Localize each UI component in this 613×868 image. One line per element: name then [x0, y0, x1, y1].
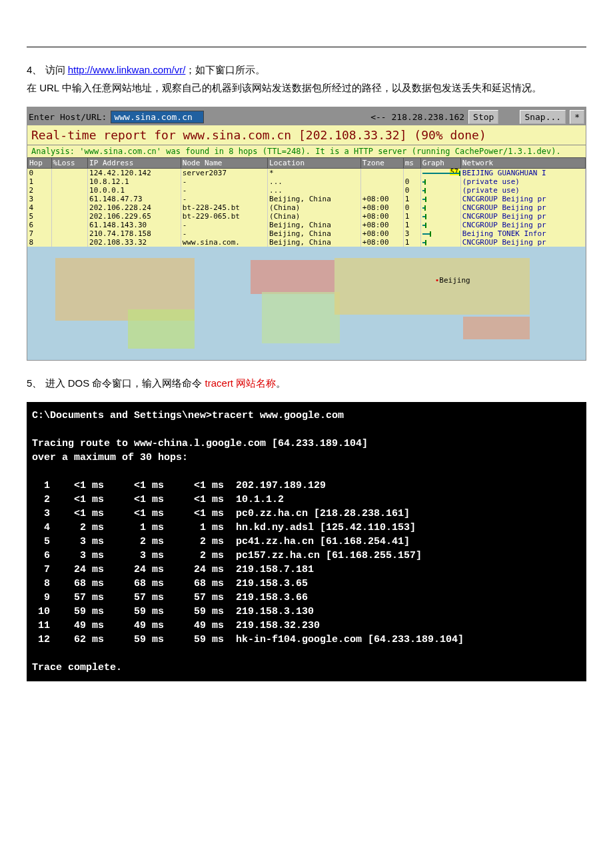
table-row: 661.148.143.30-Beijing, China+08:001CNCG… — [28, 221, 586, 229]
col-header: Hop — [28, 158, 52, 169]
col-header: ms — [403, 158, 420, 169]
hop-table: Hop%LossIP AddressNode NameLocationTzone… — [27, 157, 586, 247]
tracert-cmd: tracert 网站名称 — [205, 377, 277, 389]
col-header: Node Name — [181, 158, 267, 169]
table-row: 0124.42.120.142server2037*57BEIJING GUAN… — [28, 169, 586, 178]
step4-suffix: ；如下窗口所示。 — [185, 64, 265, 75]
table-row: 8202.108.33.32www.sina.com.Beijing, Chin… — [28, 238, 586, 247]
table-row: 361.148.47.73-Beijing, China+08:001CNCGR… — [28, 195, 586, 203]
table-row: 5202.106.229.65bt-229-065.bt(China)+08:0… — [28, 212, 586, 221]
divider — [27, 47, 586, 47]
col-header: Graph — [420, 158, 460, 169]
table-row: 210.0.0.1-...0(private use) — [28, 186, 586, 195]
world-map: •Beijing — [27, 247, 586, 360]
col-header: Tzone — [360, 158, 403, 169]
col-header: %Loss — [51, 158, 88, 169]
step4-line2: 在 URL 中输入任意网站地址，观察自己的机器到该网站发送数据包所经过的路径，以… — [27, 82, 542, 93]
table-row: 7210.74.178.158-Beijing, China+08:003Bei… — [28, 229, 586, 238]
col-header: IP Address — [88, 158, 181, 169]
host-input[interactable] — [111, 111, 204, 123]
step5-suffix: 。 — [276, 377, 286, 389]
step5-text: 5、 进入 DOS 命令窗口，输入网络命令 tracert 网站名称。 — [27, 374, 586, 392]
step4-text: 4、 访问 http://www.linkwan.com/vr/；如下窗口所示。… — [27, 61, 586, 97]
source-ip: <-- 218.28.238.162 — [370, 112, 464, 122]
col-header: Network — [460, 158, 585, 169]
analysis-line: Analysis: 'www.sina.com.cn' was found in… — [27, 145, 586, 157]
vr-window: Enter Host/URL: <-- 218.28.238.162 Stop … — [27, 107, 586, 361]
snap-button[interactable]: Snap... — [520, 110, 566, 124]
step4-prefix: 4、 访问 — [27, 64, 68, 75]
linkwan-link[interactable]: http://www.linkwan.com/vr/ — [68, 64, 186, 75]
stop-button[interactable]: Stop — [468, 110, 498, 124]
report-title: Real-time report for www.sina.com.cn [20… — [27, 125, 586, 145]
refresh-button[interactable]: * — [570, 110, 584, 124]
table-row: 110.8.12.1-...0(private use) — [28, 177, 586, 186]
table-row: 4202.106.228.24bt-228-245.bt(China)+08:0… — [28, 203, 586, 212]
step5-prefix: 5、 进入 DOS 命令窗口，输入网络命令 — [27, 377, 205, 389]
map-marker: •Beijing — [435, 276, 470, 285]
col-header: Location — [268, 158, 361, 169]
host-label: Enter Host/URL: — [29, 112, 107, 122]
dos-window: C:\Documents and Settings\new>tracert ww… — [27, 402, 586, 681]
vr-toolbar: Enter Host/URL: <-- 218.28.238.162 Stop … — [27, 109, 586, 125]
